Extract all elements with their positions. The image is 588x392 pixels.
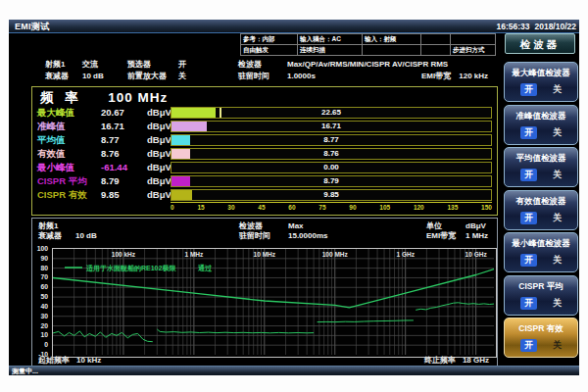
softkey-4[interactable]: 有效值检波器开关 (504, 190, 578, 230)
softkey-label: 有效值检波器 (505, 196, 577, 208)
off-toggle[interactable]: 关 (553, 254, 562, 267)
softkey-3[interactable]: 平均值检波器开关 (504, 147, 578, 187)
on-toggle[interactable]: 开 (520, 297, 537, 310)
legend-pass-verdict: 通过 (197, 264, 213, 272)
softkey-6[interactable]: CISPR 平均开关 (504, 275, 578, 316)
x-axis-decade-label: 10 GHz (466, 251, 488, 258)
softkey-states: 开关 (505, 126, 577, 139)
bar-axis-tick: 15 (197, 203, 204, 214)
on-toggle[interactable]: 开 (520, 254, 537, 267)
meter-row: 最大峰值20.67dBμV22.65 (32, 106, 497, 120)
meter-bar-value: 22.65 (172, 108, 491, 118)
y-axis-tick: 20 (40, 322, 48, 329)
meter-bar: 8.76 (171, 148, 492, 160)
setting-dwell: 驻留时间1.0000s (238, 71, 316, 81)
x-axis-decade-label: 1 MHz (184, 251, 204, 258)
meter-row-label: CISPR 平均 (37, 174, 87, 188)
status-grid: 参考：内部输入耦合：AC输入：射频自由触发连续扫描步进扫方式 (240, 33, 495, 55)
softkey-label: 最大峰值检波器 (505, 68, 577, 79)
softkey-label: 准峰值检波器 (505, 111, 577, 122)
meter-row: 最小峰值-61.44dBμV0.00 (32, 161, 497, 174)
softkey-label: CISPR 有效 (505, 323, 577, 335)
frequency-range-footer: 起始频率10 kHz 终止频率18 GHz (38, 355, 489, 366)
meter-row-label: 最大峰值 (37, 106, 74, 120)
off-toggle[interactable]: 关 (553, 339, 562, 352)
graph-setting-emi-bw: EMI带宽1 MHz (426, 230, 488, 241)
on-toggle[interactable]: 开 (520, 169, 537, 181)
spectrum-plot-svg: 100 kHz1 MHz10 MHz100 MHz1 GHz10 GHz适用于水… (53, 249, 494, 355)
y-axis-tick: 40 (40, 303, 48, 310)
meter-bar: 9.85 (171, 189, 492, 201)
off-toggle[interactable]: 关 (553, 83, 562, 96)
bar-axis-tick: 120 (414, 203, 424, 214)
status-cell: 自由触发 (240, 44, 298, 56)
meter-row-value: 9.85 (101, 188, 120, 202)
bar-axis-tick: 150 (481, 203, 492, 214)
softkey-5[interactable]: 最小峰值检波器开关 (504, 232, 578, 272)
meter-row-label: 平均值 (37, 133, 66, 147)
meter-row-value: 20.67 (101, 106, 124, 120)
meter-row: 平均值8.77dBμV8.77 (32, 133, 497, 147)
off-toggle[interactable]: 关 (553, 126, 562, 139)
softkey-states: 开关 (505, 83, 577, 96)
softkey-7[interactable]: CISPR 有效开关 (504, 318, 578, 358)
on-toggle[interactable]: 开 (520, 212, 537, 224)
meter-row-unit: dBμV (147, 161, 172, 174)
legend-limit-name: 适用于水面舰船的RE102极限 (85, 264, 176, 272)
off-toggle[interactable]: 关 (553, 297, 562, 310)
bar-axis-tick: 60 (288, 203, 295, 214)
meter-bar: 8.79 (171, 175, 492, 187)
softkey-2[interactable]: 准峰值检波器开关 (504, 105, 578, 145)
bar-axis: 0153045607590105120135150 (171, 202, 492, 214)
y-axis-tick: 70 (40, 273, 48, 280)
meter-row-value: 8.79 (101, 174, 120, 188)
setting-detector: 检波器Max/QP/Av/RMS/MIN/CISPR AV/CISPR RMS (238, 59, 448, 70)
meter-row-unit: dBμV (147, 174, 172, 188)
meter-bar-value: 0.00 (172, 163, 491, 172)
softkey-states: 开关 (505, 297, 577, 310)
off-toggle[interactable]: 关 (553, 169, 562, 181)
softkey-states: 开关 (505, 339, 577, 352)
off-toggle[interactable]: 关 (553, 212, 562, 224)
bar-axis-tick: 90 (349, 203, 356, 214)
softkey-sidebar: 检波器 最大峰值检波器开关准峰值检波器开关平均值检波器开关有效值检波器开关最小峰… (503, 20, 579, 374)
limit-line (53, 270, 494, 308)
setting-preselector: 预选器开 (127, 59, 186, 70)
y-axis-tick: 10 (40, 331, 48, 338)
x-axis-decade-label: 1 GHz (396, 251, 415, 258)
y-axis-tick: 90 (40, 255, 48, 262)
detector-menu-button[interactable]: 检波器 (505, 33, 575, 54)
meter-bar: 22.65 (171, 107, 492, 119)
trace-segment (53, 331, 153, 342)
status-cell (362, 44, 421, 56)
bar-axis-tick: 75 (318, 203, 325, 214)
stop-frequency: 终止频率18 GHz (424, 355, 489, 366)
meter-row-value: 8.77 (101, 133, 120, 147)
softkey-label: 平均值检波器 (505, 153, 577, 165)
softkey-1[interactable]: 最大峰值检波器开关 (504, 62, 578, 102)
y-axis-tick: 0 (44, 341, 48, 348)
on-toggle[interactable]: 开 (520, 83, 537, 96)
meter-bar-value: 9.85 (172, 190, 491, 200)
meter-bar: 16.71 (171, 121, 492, 132)
softkey-states: 开关 (505, 254, 577, 267)
on-toggle[interactable]: 开 (520, 126, 537, 139)
y-axis-tick: 60 (40, 283, 48, 290)
detector-readout-list: 最大峰值20.67dBμV22.65准峰值16.71dBμV16.71平均值8.… (32, 106, 497, 202)
meter-row: CISPR 有效9.85dBμV9.85 (32, 188, 497, 202)
bar-axis-tick: 135 (448, 203, 459, 214)
frequency-label: 频 率 (40, 90, 82, 105)
softkey-states: 开关 (505, 169, 577, 181)
meter-bar: 0.00 (171, 162, 492, 173)
meter-row-value: 16.71 (101, 120, 124, 133)
bar-axis-tick: 45 (258, 203, 265, 214)
meter-bar-value: 16.71 (172, 122, 491, 131)
status-cell: 连续扫描 (297, 44, 363, 56)
status-cell (420, 44, 451, 56)
graph-setting-attenuator: 衰减器10 dB (38, 230, 97, 241)
meter-row-unit: dBμV (147, 133, 172, 147)
y-axis-tick: 100 (37, 245, 48, 252)
on-toggle[interactable]: 开 (520, 339, 537, 352)
trace-segment (157, 329, 314, 333)
x-axis-decade-label: 10 MHz (254, 251, 276, 258)
